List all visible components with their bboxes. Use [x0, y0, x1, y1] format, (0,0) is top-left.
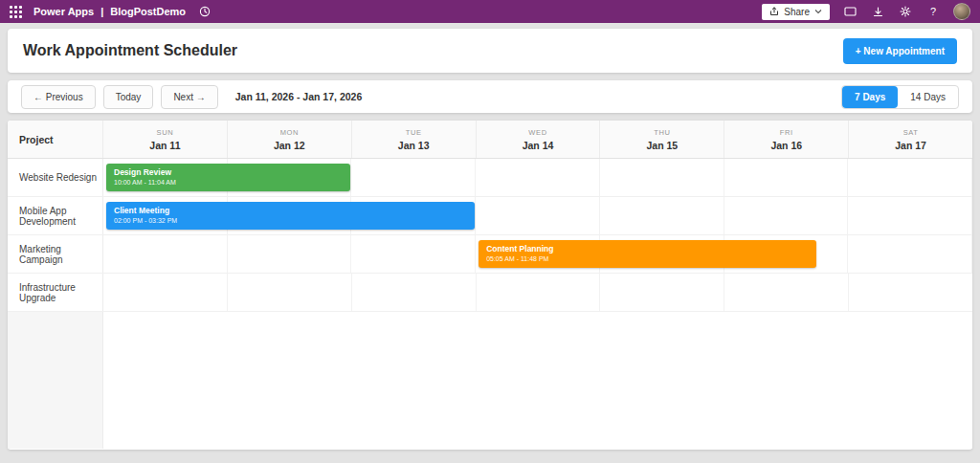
- date-label: Jan 15: [647, 140, 679, 151]
- event-time: 10:00 AM - 11:04 AM: [114, 179, 346, 186]
- day-header-fri: FRIJan 16: [724, 121, 849, 158]
- weekday-label: SAT: [903, 128, 919, 137]
- next-button[interactable]: Next →: [161, 85, 217, 109]
- waffle-menu-icon[interactable]: [10, 6, 22, 18]
- day-cell[interactable]: [228, 235, 352, 273]
- day-cell[interactable]: [724, 274, 849, 311]
- scheduler-empty-area: [8, 312, 972, 449]
- row-day-cells: [103, 274, 972, 311]
- environment-name: BlogPostDemo: [110, 6, 186, 17]
- project-name: Marketing Campaign: [8, 235, 103, 273]
- weekday-label: MON: [280, 128, 299, 137]
- powerapps-top-bar: Power Apps | BlogPostDemo Share ?: [0, 0, 980, 23]
- day-cell[interactable]: [848, 159, 972, 196]
- event-title: Client Meeting: [114, 206, 471, 216]
- previous-button[interactable]: ← Previous: [21, 85, 96, 109]
- scheduler-rows: Website RedesignDesign Review10:00 AM - …: [8, 159, 972, 312]
- day-header-sat: SATJan 17: [849, 121, 972, 158]
- day-cell[interactable]: [476, 159, 600, 196]
- day-header-tue: TUEJan 13: [352, 121, 477, 158]
- event-bar[interactable]: Client Meeting02:00 PM - 03:32 PM: [106, 202, 475, 230]
- day-cell[interactable]: [476, 197, 600, 234]
- new-appointment-button[interactable]: + New Appointment: [843, 38, 957, 64]
- event-time: 02:00 PM - 03:32 PM: [114, 217, 471, 224]
- row-day-cells: Content Planning05:05 AM - 11:48 PM: [103, 235, 972, 273]
- project-row: Website RedesignDesign Review10:00 AM - …: [8, 159, 972, 197]
- project-column-header: Project: [8, 121, 103, 158]
- day-cell[interactable]: [724, 197, 849, 234]
- weekday-label: FRI: [780, 128, 793, 137]
- share-button[interactable]: Share: [762, 4, 830, 20]
- help-icon[interactable]: ?: [925, 4, 941, 19]
- navigation-toolbar: ← Previous Today Next → Jan 11, 2026 - J…: [8, 80, 972, 113]
- scheduler-header-row: Project SUNJan 11MONJan 12TUEJan 13WEDJa…: [8, 121, 972, 159]
- day-cell[interactable]: [352, 274, 477, 311]
- event-title: Content Planning: [486, 244, 813, 254]
- event-title: Design Review: [114, 167, 346, 178]
- day-cell[interactable]: [600, 274, 724, 311]
- date-label: Jan 17: [895, 140, 926, 151]
- user-avatar[interactable]: [953, 3, 970, 20]
- project-row: Marketing CampaignContent Planning05:05 …: [8, 235, 972, 274]
- date-range-label: Jan 11, 2026 - Jan 17, 2026: [235, 91, 363, 102]
- share-icon: [769, 7, 779, 16]
- day-cell[interactable]: [849, 274, 972, 311]
- title-divider: |: [100, 6, 103, 17]
- day-header-sun: SUNJan 11: [103, 121, 228, 158]
- project-name: Mobile App Development: [8, 197, 103, 234]
- app-name: Power Apps: [33, 6, 94, 17]
- today-button[interactable]: Today: [103, 85, 154, 109]
- weekday-label: THU: [654, 128, 670, 137]
- event-time: 05:05 AM - 11:48 PM: [486, 255, 813, 262]
- share-label: Share: [784, 7, 810, 17]
- day-cell[interactable]: [351, 235, 476, 273]
- day-cell[interactable]: [600, 197, 724, 234]
- row-day-cells: Design Review10:00 AM - 11:04 AM: [103, 159, 972, 196]
- page-body: Work Appointment Scheduler + New Appoint…: [0, 23, 980, 450]
- day-cell[interactable]: [848, 235, 972, 273]
- view-range-toggle: 7 Days 14 Days: [841, 85, 959, 109]
- title-card: Work Appointment Scheduler + New Appoint…: [8, 29, 972, 73]
- project-column-empty-strip: [8, 312, 103, 449]
- session-clock-icon[interactable]: [197, 4, 212, 19]
- day-header-thu: THUJan 15: [600, 121, 724, 158]
- settings-gear-icon[interactable]: [898, 4, 913, 19]
- weekday-label: TUE: [406, 128, 422, 137]
- weekday-label: SUN: [157, 128, 174, 137]
- date-label: Jan 11: [149, 140, 180, 151]
- app-title: Power Apps | BlogPostDemo: [33, 6, 186, 17]
- date-label: Jan 13: [398, 140, 430, 151]
- event-bar[interactable]: Design Review10:00 AM - 11:04 AM: [106, 164, 350, 191]
- project-name: Website Redesign: [8, 159, 103, 196]
- view-14-days-button[interactable]: 14 Days: [898, 86, 958, 108]
- view-7-days-button[interactable]: 7 Days: [842, 86, 898, 108]
- day-cell[interactable]: [477, 274, 601, 311]
- day-cell[interactable]: [600, 159, 724, 196]
- date-label: Jan 16: [770, 140, 802, 151]
- day-headers: SUNJan 11MONJan 12TUEJan 13WEDJan 14THUJ…: [103, 121, 972, 158]
- project-name: Infrastructure Upgrade: [8, 274, 103, 311]
- download-icon[interactable]: [870, 4, 885, 19]
- day-cell[interactable]: [103, 274, 228, 311]
- day-cell[interactable]: [228, 274, 352, 311]
- chevron-down-icon: [814, 9, 822, 14]
- scheduler-grid: Project SUNJan 11MONJan 12TUEJan 13WEDJa…: [8, 121, 972, 450]
- project-row: Infrastructure Upgrade: [8, 274, 972, 312]
- page-title: Work Appointment Scheduler: [23, 42, 237, 59]
- day-cell[interactable]: [351, 159, 476, 196]
- fit-to-window-icon[interactable]: [842, 4, 858, 19]
- day-cell[interactable]: [103, 235, 228, 273]
- day-header-wed: WEDJan 14: [477, 121, 601, 158]
- project-row: Mobile App DevelopmentClient Meeting02:0…: [8, 197, 972, 235]
- day-cell[interactable]: [724, 159, 849, 196]
- date-label: Jan 12: [274, 140, 305, 151]
- row-day-cells: Client Meeting02:00 PM - 03:32 PM: [103, 197, 972, 234]
- weekday-label: WED: [528, 128, 546, 137]
- date-label: Jan 14: [523, 140, 554, 151]
- event-bar[interactable]: Content Planning05:05 AM - 11:48 PM: [479, 240, 816, 268]
- empty-grid-area: [103, 312, 972, 449]
- day-cell[interactable]: [848, 197, 972, 234]
- day-header-mon: MONJan 12: [228, 121, 352, 158]
